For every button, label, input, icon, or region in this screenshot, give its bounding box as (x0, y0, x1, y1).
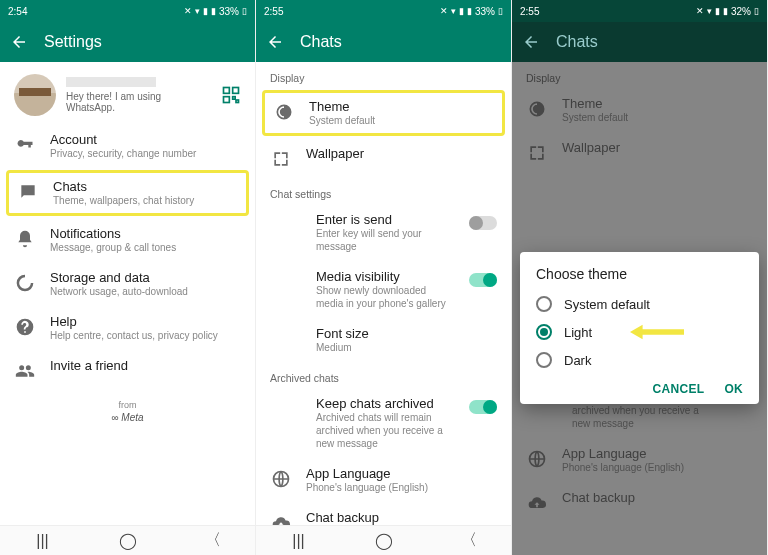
chats-item-font-size[interactable]: Font size Medium (256, 318, 511, 362)
settings-content: Hey there! I am using WhatsApp. Account … (0, 62, 255, 525)
back-nav-button[interactable]: 〈 (459, 531, 479, 551)
recent-apps-button[interactable]: ||| (33, 531, 53, 551)
signal2-icon: ▮ (723, 6, 728, 16)
wallpaper-icon (270, 148, 292, 170)
row-title: Theme (309, 99, 494, 114)
chats-item-enter-send[interactable]: Enter is send Enter key will send your m… (256, 204, 511, 261)
settings-item-notifications[interactable]: Notifications Message, group & call tone… (0, 218, 255, 262)
svg-rect-2 (224, 97, 230, 103)
home-button[interactable]: ◯ (374, 531, 394, 551)
status-bar: 2:55 ✕ ▾ ▮ ▮ 33% ▯ (256, 0, 511, 22)
toggle-keep-archived[interactable] (469, 400, 497, 414)
screen-chats-dialog: 2:55 ✕ ▾ ▮ ▮ 32% ▯ Chats Display Theme S… (512, 0, 768, 555)
chat-icon (17, 181, 39, 203)
chats-item-app-language[interactable]: App Language Phone's language (English) (256, 458, 511, 502)
row-sub: Theme, wallpapers, chat history (53, 194, 238, 207)
back-button[interactable] (522, 33, 540, 51)
row-title: Storage and data (50, 270, 241, 285)
status-right: ✕ ▾ ▮ ▮ 32% ▯ (696, 6, 759, 17)
status-right: ✕ ▾ ▮ ▮ 33% ▯ (440, 6, 503, 17)
option-label: Light (564, 325, 592, 340)
wifi-icon: ▾ (451, 6, 456, 16)
chats-item-backup: Chat backup (512, 482, 767, 522)
globe-icon (270, 468, 292, 490)
cancel-button[interactable]: CANCEL (653, 382, 705, 396)
settings-item-account[interactable]: Account Privacy, security, change number (0, 124, 255, 168)
chats-item-media-visibility[interactable]: Media visibility Show newly downloaded m… (256, 261, 511, 318)
profile-status: Hey there! I am using WhatsApp. (66, 91, 211, 113)
highlight-theme: Theme System default (262, 90, 505, 136)
theme-option-dark[interactable]: Dark (536, 346, 743, 374)
chats-item-theme: Theme System default (512, 88, 767, 132)
screen-settings: 2:54 ✕ ▾ ▮ ▮ 33% ▯ Settings Hey there! I… (0, 0, 256, 555)
bell-icon (14, 228, 36, 250)
help-icon (14, 316, 36, 338)
android-navbar: ||| ◯ 〈 (0, 525, 255, 555)
wallpaper-icon (526, 142, 548, 164)
row-sub: System default (309, 114, 494, 127)
chats-content: Display Theme System default Wallpaper C… (256, 62, 511, 525)
chats-item-wallpaper: Wallpaper (512, 132, 767, 172)
wifi-icon: ▾ (195, 6, 200, 16)
signal-icon: ▮ (715, 6, 720, 16)
row-sub: Archived chats will remain archived when… (316, 411, 455, 450)
ok-button[interactable]: OK (724, 382, 743, 396)
globe-icon (526, 448, 548, 470)
section-chat-settings: Chat settings (256, 178, 511, 204)
svg-marker-7 (630, 325, 684, 339)
cloud-up-icon (526, 492, 548, 514)
chats-item-keep-archived[interactable]: Keep chats archived Archived chats will … (256, 388, 511, 458)
page-title: Chats (300, 33, 342, 51)
qr-icon[interactable] (221, 85, 241, 105)
option-label: System default (564, 297, 650, 312)
settings-item-chats[interactable]: Chats Theme, wallpapers, chat history (9, 173, 246, 213)
chats-item-wallpaper[interactable]: Wallpaper (256, 138, 511, 178)
row-sub: Enter key will send your message (316, 227, 455, 253)
signal-icon: ▮ (459, 6, 464, 16)
row-sub: Phone's language (English) (562, 461, 753, 474)
row-sub: System default (562, 111, 753, 124)
app-bar: Chats (512, 22, 767, 62)
page-title: Chats (556, 33, 598, 51)
chats-item-backup[interactable]: Chat backup (256, 502, 511, 525)
key-icon (14, 134, 36, 156)
back-button[interactable] (266, 33, 284, 51)
row-title: Wallpaper (562, 140, 753, 155)
status-bar: 2:54 ✕ ▾ ▮ ▮ 33% ▯ (0, 0, 255, 22)
profile-name-redacted (66, 77, 156, 87)
chats-item-theme[interactable]: Theme System default (265, 93, 502, 133)
screen-chats: 2:55 ✕ ▾ ▮ ▮ 33% ▯ Chats Display Theme S… (256, 0, 512, 555)
settings-item-storage[interactable]: Storage and data Network usage, auto-dow… (0, 262, 255, 306)
battery-icon: ▯ (754, 6, 759, 16)
battery-icon: ▯ (242, 6, 247, 16)
row-title: Chat backup (562, 490, 753, 505)
signal2-icon: ▮ (467, 6, 472, 16)
row-sub: Medium (316, 341, 497, 354)
back-nav-button[interactable]: 〈 (203, 531, 223, 551)
status-time: 2:55 (264, 6, 283, 17)
home-button[interactable]: ◯ (118, 531, 138, 551)
option-label: Dark (564, 353, 591, 368)
toggle-media-visibility[interactable] (469, 273, 497, 287)
from-label: from (0, 400, 255, 410)
back-button[interactable] (10, 33, 28, 51)
settings-item-help[interactable]: Help Help centre, contact us, privacy po… (0, 306, 255, 350)
chats-content-dimmed: Display Theme System default Wallpaper A… (512, 62, 767, 555)
wifi-icon: ▾ (707, 6, 712, 16)
svg-rect-4 (236, 100, 239, 103)
vibrate-icon: ✕ (184, 6, 192, 16)
profile-row[interactable]: Hey there! I am using WhatsApp. (0, 62, 255, 124)
data-usage-icon (14, 272, 36, 294)
row-title: Account (50, 132, 241, 147)
row-title: App Language (306, 466, 497, 481)
section-display: Display (512, 62, 767, 88)
toggle-enter-send[interactable] (469, 216, 497, 230)
status-battery: 33% (475, 6, 495, 17)
recent-apps-button[interactable]: ||| (289, 531, 309, 551)
settings-item-invite[interactable]: Invite a friend (0, 350, 255, 390)
row-title: Invite a friend (50, 358, 241, 373)
row-title: Enter is send (316, 212, 455, 227)
svg-rect-3 (233, 97, 236, 100)
theme-option-system[interactable]: System default (536, 290, 743, 318)
row-sub: Network usage, auto-download (50, 285, 241, 298)
